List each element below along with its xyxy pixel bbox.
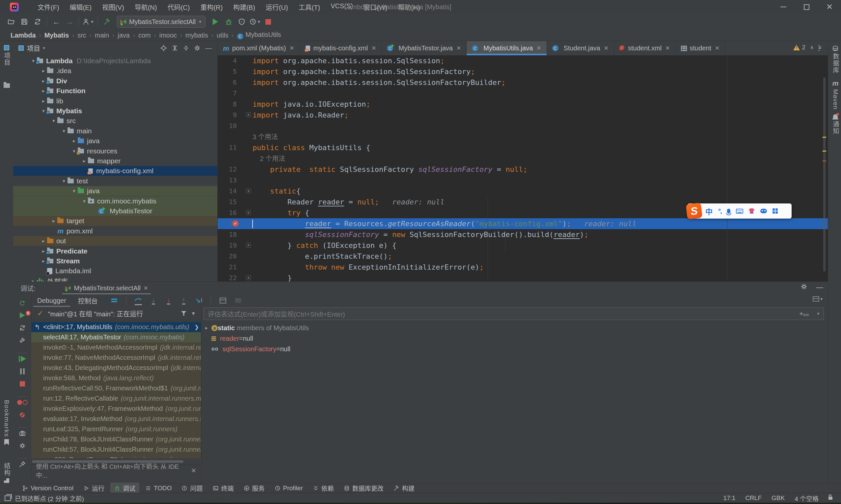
tree-item[interactable]: Lambda.iml [13,266,218,276]
save-icon[interactable] [18,15,31,28]
coverage-button[interactable] [235,15,248,28]
close-hint-icon[interactable]: ✕ [191,467,196,474]
tree-item[interactable]: ▸外部库 [13,276,218,282]
status-stack-icon[interactable] [5,496,11,501]
tree-item[interactable]: ▾LambdaD:\IdeaProjects\Lambda [13,56,218,66]
stop-icon[interactable] [13,378,31,390]
inspection-widget[interactable]: 2 ∧ ∨ [793,44,822,51]
fold-marker-icon[interactable]: ∨ [246,210,251,215]
code-line[interactable]: 2 个用法 [218,153,828,164]
code-line[interactable]: 3 个用法 [218,131,828,142]
sogou-logo-icon[interactable]: S [686,203,703,220]
variable-row[interactable]: ▸sstatic members of MybatisUtils [201,323,827,333]
tool-window-button[interactable]: Profiler [271,484,307,493]
stack-frame-row[interactable]: run:290, ParentRunner$3(org.junit.runner… [31,455,201,458]
add-watch-icon[interactable]: +oo [800,310,809,318]
fold-marker-icon[interactable]: ∧ [246,112,251,117]
run-button[interactable] [209,15,222,28]
tree-item[interactable]: ▸Predicate [13,246,218,256]
tree-item[interactable]: ▸target [13,216,218,226]
keyboard-icon[interactable] [736,209,743,214]
assistant-icon[interactable] [760,209,767,213]
status-message[interactable]: 已到达断点 (2 分钟 之前) [15,494,84,503]
tree-item[interactable]: ▸java [13,136,218,146]
close-tab-icon[interactable]: ✕ [715,45,719,52]
tool-window-button[interactable]: 数据库更改 [340,483,388,493]
tool-window-button[interactable]: 终端 [209,483,238,493]
restore-button[interactable] [795,0,818,14]
breadcrumb-item[interactable]: com [138,32,151,39]
stack-frame-row[interactable]: evaluate:17, InvokeMethod(org.junit.inte… [31,414,201,424]
tree-item[interactable]: ▸lib [13,96,218,106]
line-number[interactable]: 9 [218,110,237,121]
sync-icon[interactable] [31,15,44,28]
editor-tab[interactable]: mpom.xml (Mybatis)✕ [218,41,300,55]
tree-item[interactable]: ▸.idea [13,66,218,76]
chevron-down-icon[interactable]: ▼ [42,46,46,50]
code-line[interactable]: 7 [218,88,828,99]
thread-dump-camera-icon[interactable] [13,427,31,439]
line-number[interactable]: 19 [218,240,237,251]
minimize-button[interactable] [772,0,795,14]
restore-layout-icon[interactable]: ▼ [813,296,823,302]
editor-tab[interactable]: mybatis-config.xml✕ [300,41,382,55]
stack-frame-row[interactable]: runChild:57, BlockJUnit4ClassRunner(org.… [31,445,201,455]
breakpoint-icon[interactable]: ✔ [232,220,239,227]
line-number[interactable]: 14 [218,186,237,197]
close-tab-icon[interactable]: ✕ [457,45,461,52]
layout-settings-icon[interactable] [232,295,244,306]
tree-item[interactable]: mybatis-config.xml [13,166,218,176]
stack-frame-row[interactable]: invoke:43, DelegatingMethodAccessorImpl(… [31,363,201,373]
menu-item[interactable]: 重构(R) [196,1,227,13]
locate-file-icon[interactable] [158,43,169,53]
warning-stripe-mark[interactable] [823,137,826,138]
file-encoding[interactable]: GBK [771,494,785,502]
breadcrumb-item[interactable]: java [118,32,130,39]
code-line[interactable]: 21 throw new ExceptionInInitializerError… [218,262,828,273]
close-tab-icon[interactable]: ✕ [604,45,609,52]
line-number[interactable]: 11 [218,142,237,153]
tool-window-button[interactable]: 问题 [178,483,207,493]
line-number[interactable]: 21 [218,262,237,273]
wrench-icon[interactable] [13,335,31,346]
code-editor[interactable]: 4import org.apache.ibatis.session.SqlSes… [218,55,828,282]
tree-item[interactable]: ▾Mybatis [13,106,218,116]
close-button[interactable]: ✕ [818,0,841,14]
pin-icon[interactable] [13,458,31,470]
code-line[interactable]: 11public class MybatisUtils { [218,142,828,153]
line-number[interactable]: 18 [218,229,237,240]
run-configuration-select[interactable]: MybatisTestor.selectAll ▼ [117,16,205,28]
tree-item[interactable]: ▸Function [13,86,218,96]
sidebar-item-favorites[interactable] [0,83,13,88]
menu-item[interactable]: 视图(V) [98,1,128,13]
line-separator[interactable]: CRLF [745,494,762,502]
tool-window-button[interactable]: Version Control [18,484,77,493]
stack-frame-row[interactable]: selectAll:17, MybatisTestor(com.imooc.my… [31,332,201,342]
tool-window-button[interactable]: 调试 [110,483,139,493]
microphone-icon[interactable] [727,209,730,214]
stripe-mark[interactable] [823,160,826,162]
apps-grid-icon[interactable] [772,209,778,214]
fold-marker-icon[interactable]: ∨ [246,188,251,193]
caret-position[interactable]: 17:1 [723,494,735,502]
debug-session-tab[interactable]: MybatisTestor.selectAll ✕ [62,282,151,294]
stack-frame-row[interactable]: runLeaf:325, ParentRunner(org.junit.runn… [31,424,201,434]
tool-window-button[interactable]: TODO [141,484,176,493]
sidebar-item-database[interactable]: 数据库 [829,46,841,74]
close-tab-icon[interactable]: ✕ [289,45,294,52]
rerun-icon[interactable] [13,297,31,309]
collapse-all-icon[interactable] [180,43,192,53]
menu-item[interactable]: 文件(F) [34,1,63,13]
expand-all-icon[interactable] [169,43,180,53]
code-line[interactable]: 14∨ static{ [218,186,828,197]
back-icon[interactable]: ← [50,15,63,28]
stack-frame-row[interactable]: runChild:78, BlockJUnit4ClassRunner(org.… [31,434,201,445]
sidebar-item-notifications[interactable]: 通知 [829,114,841,134]
chevron-down-icon[interactable]: ▼ [191,311,196,316]
next-problem-icon[interactable]: ∨ [818,44,822,50]
breadcrumb-item[interactable]: main [95,32,109,39]
editor-tab[interactable]: student✕ [676,41,726,55]
show-execution-point-icon[interactable] [108,295,120,306]
readonly-lock-icon[interactable] [828,497,833,500]
sidebar-item-project[interactable]: 项目 [0,45,13,66]
